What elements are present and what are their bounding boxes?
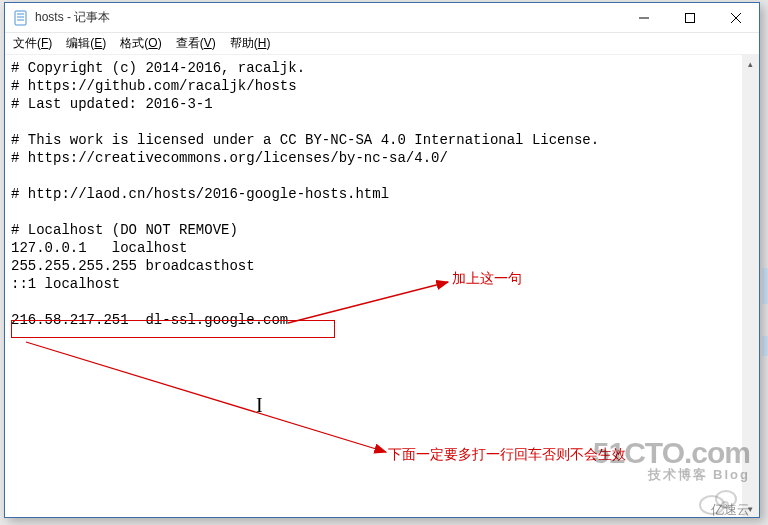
menu-view[interactable]: 查看(V) bbox=[176, 35, 216, 52]
window-title: hosts - 记事本 bbox=[35, 9, 621, 26]
menu-format[interactable]: 格式(O) bbox=[120, 35, 161, 52]
annotation-need-enter: 下面一定要多打一行回车否则不会生效 bbox=[388, 446, 626, 464]
svg-rect-5 bbox=[686, 13, 695, 22]
menu-edit[interactable]: 编辑(E) bbox=[66, 35, 106, 52]
annotation-add-line: 加上这一句 bbox=[452, 270, 522, 288]
watermark-yisu-text: 亿速云 bbox=[711, 501, 750, 519]
text-cursor-icon: I bbox=[256, 394, 263, 417]
menu-file[interactable]: 文件(F) bbox=[13, 35, 52, 52]
notepad-icon bbox=[13, 10, 29, 26]
menu-help[interactable]: 帮助(H) bbox=[230, 35, 271, 52]
titlebar[interactable]: hosts - 记事本 bbox=[5, 3, 759, 33]
maximize-button[interactable] bbox=[667, 3, 713, 32]
watermark-51cto: 51CTO.com 技术博客 Blog bbox=[593, 438, 750, 481]
minimize-button[interactable] bbox=[621, 3, 667, 32]
close-button[interactable] bbox=[713, 3, 759, 32]
svg-rect-0 bbox=[15, 11, 26, 25]
menubar: 文件(F) 编辑(E) 格式(O) 查看(V) 帮助(H) bbox=[5, 33, 759, 55]
scroll-up-icon[interactable]: ▴ bbox=[742, 55, 759, 72]
